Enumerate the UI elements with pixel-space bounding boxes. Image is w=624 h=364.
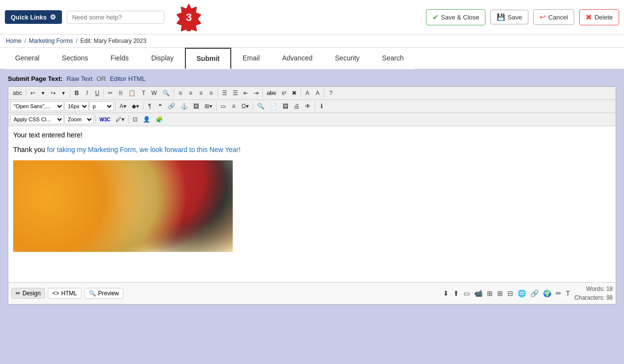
breadcrumb-marketing-forms[interactable]: Marketing Forms: [29, 38, 73, 44]
frame-btn[interactable]: ▭: [218, 101, 228, 111]
delete-button[interactable]: ✖ Delete: [579, 9, 619, 25]
link-btn[interactable]: 🔗: [165, 101, 178, 111]
tab-sections[interactable]: Sections: [51, 48, 100, 69]
preview-label: Preview: [98, 290, 119, 297]
globe-btn[interactable]: 🌐: [516, 288, 527, 298]
grid-btn[interactable]: ⊞: [485, 288, 494, 298]
format-btn[interactable]: ¶: [145, 101, 155, 111]
redo-btn[interactable]: ↪: [48, 88, 58, 98]
layout-btn[interactable]: ⊟: [506, 288, 515, 298]
editor-scroll-area[interactable]: Your text entered here! Thank you for ta…: [8, 126, 616, 282]
paragraph-select[interactable]: p: [89, 101, 114, 111]
tab-submit[interactable]: Submit: [185, 48, 231, 69]
save-button[interactable]: 💾 Save: [490, 10, 528, 24]
tab-display[interactable]: Display: [140, 48, 185, 69]
css-class-select[interactable]: Apply CSS Cl...: [10, 115, 64, 124]
anchor-btn[interactable]: ⚓: [178, 101, 190, 111]
toolbar-row-2: "Open Sans",... 16px p A▾ ◆▾ ¶ ❝ 🔗 ⚓ 🖼 ⊞…: [8, 100, 616, 113]
undo-btn[interactable]: ↩: [28, 88, 38, 98]
spellcheck-btn[interactable]: abc: [10, 88, 24, 98]
link2-btn[interactable]: 🔗: [529, 288, 540, 298]
superscript-btn[interactable]: x²: [279, 88, 289, 98]
block-quote-btn[interactable]: ❝: [155, 101, 165, 111]
tab-general[interactable]: General: [4, 48, 51, 69]
cut-btn[interactable]: ✂: [105, 88, 115, 98]
lines-btn[interactable]: ≡: [229, 101, 239, 111]
italic-btn[interactable]: I: [82, 88, 92, 98]
tab-advanced[interactable]: Advanced: [271, 48, 323, 69]
arrow-up-btn[interactable]: ⬆: [452, 288, 461, 298]
table-btn[interactable]: ⊞▾: [202, 101, 215, 111]
copy-btn[interactable]: ⎘: [116, 88, 125, 98]
sep-15: [128, 115, 129, 124]
print-btn[interactable]: 🖨: [291, 101, 302, 111]
arrow-down-btn[interactable]: ⬇: [442, 288, 450, 298]
breadcrumb: Home / Marketing Forms / Edit: Mary Febr…: [0, 35, 624, 48]
font-family-select[interactable]: "Open Sans",...: [10, 101, 64, 111]
svg-text:3: 3: [186, 11, 192, 23]
template-btn[interactable]: 📄: [267, 101, 280, 111]
font-color-2-btn[interactable]: A▾: [117, 101, 129, 111]
preview2-btn[interactable]: 👁: [302, 101, 313, 111]
video-btn[interactable]: 📹: [473, 288, 484, 298]
help-search-input[interactable]: [67, 11, 164, 24]
image-btn[interactable]: 🖼: [191, 101, 201, 111]
zoom-select[interactable]: Zoom: [64, 115, 94, 124]
breadcrumb-home[interactable]: Home: [6, 38, 21, 44]
editor-content[interactable]: Your text entered here! Thank you for ta…: [8, 126, 616, 282]
find-btn[interactable]: 🔍: [160, 88, 172, 98]
find2-btn[interactable]: 🔍: [255, 101, 267, 111]
breadcrumb-current: Edit: Mary February 2023: [81, 38, 146, 44]
cancel-button[interactable]: ↩ Cancel: [533, 9, 574, 25]
paste-btn[interactable]: 📋: [126, 88, 138, 98]
align-justify-btn[interactable]: ≡: [206, 88, 216, 98]
tab-fields[interactable]: Fields: [100, 48, 140, 69]
align-left-btn[interactable]: ≡: [176, 88, 185, 98]
redo-dropdown-btn[interactable]: ▾: [59, 88, 68, 98]
person-btn[interactable]: 👤: [141, 115, 153, 124]
info-btn[interactable]: ℹ: [317, 101, 326, 111]
code-btn[interactable]: T: [564, 288, 572, 298]
edit-btn[interactable]: ✏: [554, 288, 563, 298]
resize-btn[interactable]: ⊡: [130, 115, 140, 124]
top-bar: Quick Links ⚙ 3 ✔ Save & Close 💾 Save ↩ …: [0, 0, 624, 35]
puzzle-btn[interactable]: 🧩: [153, 115, 165, 124]
html-icon: <>: [52, 290, 59, 297]
format2-btn[interactable]: 🖊▾: [113, 115, 127, 124]
strikethrough-btn[interactable]: abc: [264, 88, 279, 98]
preview-btn[interactable]: 🔍 Preview: [84, 288, 123, 299]
tab-security[interactable]: Security: [324, 48, 371, 69]
save-close-button[interactable]: ✔ Save & Close: [426, 9, 486, 25]
bold-btn[interactable]: B: [72, 88, 81, 98]
image2-btn[interactable]: 🖼: [280, 101, 291, 111]
bg-color-btn[interactable]: A: [313, 88, 322, 98]
html-btn[interactable]: <> HTML: [48, 288, 81, 299]
paste-word-btn[interactable]: W: [149, 88, 159, 98]
editor-html-link[interactable]: Editor HTML: [110, 75, 145, 82]
numbered-list-btn[interactable]: ☰: [230, 88, 241, 98]
help-btn[interactable]: ?: [326, 88, 336, 98]
font-color-btn[interactable]: A: [302, 88, 312, 98]
align-right-btn[interactable]: ≡: [196, 88, 206, 98]
tab-email[interactable]: Email: [231, 48, 271, 69]
text-box-btn[interactable]: ▭: [462, 288, 471, 298]
outdent-btn[interactable]: ⇤: [241, 88, 251, 98]
indent-btn[interactable]: ⇥: [251, 88, 261, 98]
align-center-btn[interactable]: ≡: [186, 88, 196, 98]
globe2-btn[interactable]: 🌍: [542, 288, 553, 298]
grid2-btn[interactable]: ⊞: [496, 288, 504, 298]
undo-dropdown-btn[interactable]: ▾: [38, 88, 48, 98]
paste-text-btn[interactable]: T: [139, 88, 148, 98]
bullet-list-btn[interactable]: ☰: [220, 88, 230, 98]
design-btn[interactable]: ✏ Design: [11, 288, 45, 299]
sep-8: [324, 89, 324, 97]
bg-color-2-btn[interactable]: ◆▾: [129, 101, 141, 111]
quick-links-button[interactable]: Quick Links ⚙: [5, 10, 62, 24]
w3c-btn[interactable]: W3C: [97, 115, 113, 124]
raw-text-link[interactable]: Raw Text: [66, 75, 92, 82]
tab-search[interactable]: Search: [371, 48, 415, 69]
underline-btn[interactable]: U: [92, 88, 102, 98]
remove-format-btn[interactable]: ✖: [289, 88, 299, 98]
special-char-btn[interactable]: Ω▾: [239, 101, 251, 111]
font-size-select[interactable]: 16px: [64, 101, 89, 111]
